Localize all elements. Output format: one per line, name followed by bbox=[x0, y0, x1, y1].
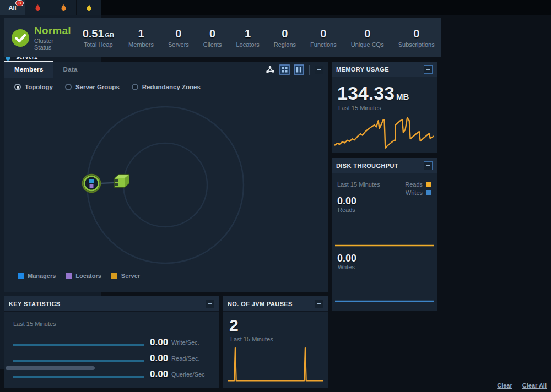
metric-label: Clients bbox=[203, 41, 222, 48]
metric-label: Members bbox=[128, 41, 154, 48]
metric-value: 0 bbox=[351, 28, 384, 40]
stat-label: Queries/Sec bbox=[171, 371, 205, 378]
metric-label: Subscriptions bbox=[398, 41, 435, 48]
cluster-status: Normal Cluster Status bbox=[4, 25, 71, 51]
metric-unit: GB bbox=[105, 32, 115, 39]
topology-graph[interactable] bbox=[4, 87, 328, 329]
metric-unique-cqs: 0 Unique CQs bbox=[344, 28, 391, 48]
metric-label: Regions bbox=[274, 41, 296, 48]
members-panel-tabs: Members Data bbox=[4, 62, 328, 78]
cluster-status-label: Cluster Status bbox=[34, 37, 71, 51]
memory-usage-period: Last 15 Minutes bbox=[338, 105, 381, 111]
metric-label: Locators bbox=[236, 41, 259, 48]
disk-legend: Reads Writes bbox=[405, 181, 431, 198]
keystat-reads-row: 0.00 Read/Sec. bbox=[13, 346, 212, 362]
status-check-icon bbox=[11, 29, 30, 47]
memory-usage-chart bbox=[334, 113, 434, 150]
alerts-tab-error[interactable] bbox=[51, 0, 77, 15]
legend-locators: Locators bbox=[66, 273, 101, 279]
alert-count-badge: 3 bbox=[15, 0, 24, 6]
metric-value: 0 bbox=[203, 28, 222, 40]
flame-warning-icon bbox=[85, 4, 93, 12]
metric-members: 1 Members bbox=[121, 28, 161, 48]
metric-value: 1 bbox=[236, 28, 259, 40]
memory-usage-value: 134.33MB bbox=[337, 83, 409, 104]
jvm-pauses-period: Last 15 Minutes bbox=[230, 336, 273, 342]
legend-writes: Writes bbox=[405, 189, 431, 196]
panel-title: DISK THROUGHPUT bbox=[336, 162, 398, 169]
pulse-dashboard: Cluster View Data Browser Normal Cluster… bbox=[0, 0, 551, 392]
legend-reads: Reads bbox=[405, 181, 431, 188]
topology-legend: Managers Locators Server bbox=[18, 273, 140, 279]
alerts-tab-severe[interactable] bbox=[25, 0, 51, 15]
metric-label: Servers bbox=[168, 41, 189, 48]
alerts-scrollbar[interactable] bbox=[6, 366, 95, 370]
alert-clear-row-bottom: Clear Clear All bbox=[497, 382, 547, 389]
metric-value: 1 bbox=[128, 28, 154, 40]
flame-error-icon bbox=[60, 4, 67, 12]
metric-label: Total Heap bbox=[83, 41, 114, 48]
metric-value: 0 bbox=[168, 28, 189, 40]
keystat-writes-row: 0.00 Write/Sec. bbox=[13, 330, 212, 346]
grid-view-icon[interactable] bbox=[279, 64, 290, 75]
cluster-stats-bar: Normal Cluster Status 0.51GB Total Heap … bbox=[4, 18, 441, 57]
disk-collapse-button[interactable] bbox=[424, 161, 433, 170]
server-node bbox=[115, 175, 129, 187]
metric-subscriptions: 0 Subscriptions bbox=[391, 28, 442, 48]
panel-title: NO. OF JVM PAUSES bbox=[228, 301, 293, 307]
panel-title: MEMORY USAGE bbox=[336, 66, 389, 73]
tab-data[interactable]: Data bbox=[53, 61, 88, 78]
keystat-queries-row: 0.00 Queries/Sec bbox=[13, 362, 212, 378]
column-view-icon[interactable] bbox=[294, 64, 304, 75]
key-statistics-panel: KEY STATISTICS Last 15 Minutes 0.00 Writ… bbox=[4, 296, 219, 388]
legend-managers: Managers bbox=[18, 273, 56, 279]
disk-reads-value: 0.00 bbox=[337, 195, 356, 207]
tab-label: All bbox=[9, 4, 17, 11]
writes-sparkline bbox=[13, 339, 144, 346]
members-collapse-button[interactable] bbox=[315, 66, 323, 74]
writes-swatch bbox=[426, 190, 431, 195]
server-swatch bbox=[111, 273, 117, 279]
members-panel: Members Data bbox=[4, 62, 328, 292]
clear-button[interactable]: Clear bbox=[497, 382, 512, 389]
metric-locators: 1 Locators bbox=[229, 28, 266, 48]
legend-server: Server bbox=[111, 273, 140, 279]
flame-severe-icon bbox=[34, 4, 41, 12]
metric-functions: 0 Functions bbox=[303, 28, 344, 48]
jvm-collapse-button[interactable] bbox=[315, 300, 323, 308]
topology-view-icon[interactable] bbox=[265, 64, 276, 75]
panel-title: KEY STATISTICS bbox=[9, 301, 61, 307]
memory-usage-panel: MEMORY USAGE 134.33MB Last 15 Minutes bbox=[332, 62, 437, 153]
jvm-pauses-chart bbox=[228, 347, 323, 382]
alerts-tab-warning[interactable] bbox=[77, 0, 101, 15]
divider bbox=[309, 65, 310, 75]
metric-value: 0 bbox=[274, 28, 296, 40]
legend-label: Server bbox=[121, 273, 140, 279]
jvm-pauses-value: 2 bbox=[229, 316, 239, 335]
disk-writes-chart bbox=[335, 297, 434, 306]
legend-label: Locators bbox=[75, 273, 101, 279]
reads-sparkline bbox=[13, 355, 144, 362]
stat-label: Read/Sec. bbox=[171, 355, 199, 362]
reads-swatch bbox=[426, 182, 431, 187]
disk-writes-value: 0.00 bbox=[337, 253, 356, 264]
memory-collapse-button[interactable] bbox=[424, 65, 433, 74]
clear-all-button[interactable]: Clear All bbox=[522, 382, 547, 389]
legend-label: Reads bbox=[405, 181, 423, 188]
locators-swatch bbox=[66, 273, 72, 279]
managers-swatch bbox=[18, 273, 24, 279]
alerts-tab-all[interactable]: All 3 bbox=[0, 0, 25, 15]
metric-value: 0 bbox=[310, 28, 337, 40]
stat-value: 0.00 bbox=[150, 354, 168, 362]
queries-sparkline bbox=[13, 371, 144, 378]
alert-severity-tabs: All 3 bbox=[0, 0, 101, 15]
stat-value: 0.00 bbox=[150, 338, 168, 346]
legend-label: Managers bbox=[28, 273, 56, 279]
metric-total-heap: 0.51GB Total Heap bbox=[75, 28, 121, 48]
tab-members[interactable]: Members bbox=[4, 61, 53, 78]
keystats-collapse-button[interactable] bbox=[206, 300, 214, 308]
metric-servers: 0 Servers bbox=[161, 28, 196, 48]
metric-label: Unique CQs bbox=[351, 41, 384, 48]
disk-writes-label: Writes bbox=[338, 264, 355, 270]
keystats-period: Last 15 Minutes bbox=[13, 320, 56, 327]
